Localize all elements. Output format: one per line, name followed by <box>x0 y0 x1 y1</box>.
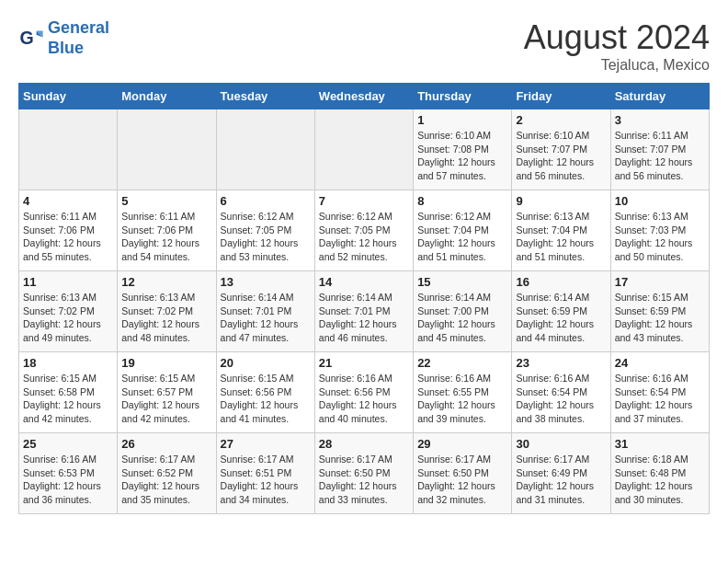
day-number: 27 <box>221 437 311 451</box>
day-number: 20 <box>221 356 311 370</box>
day-cell-4: 4Sunrise: 6:11 AMSunset: 7:06 PMDaylight… <box>19 190 118 271</box>
day-cell-27: 27Sunrise: 6:17 AMSunset: 6:51 PMDayligh… <box>216 433 314 514</box>
logo-line1: General <box>48 18 109 37</box>
logo-line2: Blue <box>48 39 84 57</box>
day-cell-8: 8Sunrise: 6:12 AMSunset: 7:04 PMDaylight… <box>414 190 512 271</box>
day-info: Sunrise: 6:15 AMSunset: 6:56 PMDaylight:… <box>221 372 311 426</box>
day-cell-3: 3Sunrise: 6:11 AMSunset: 7:07 PMDaylight… <box>610 109 709 190</box>
day-number: 17 <box>615 275 705 289</box>
day-info: Sunrise: 6:14 AMSunset: 7:01 PMDaylight:… <box>319 291 409 345</box>
day-number: 24 <box>615 356 705 370</box>
day-cell-15: 15Sunrise: 6:14 AMSunset: 7:00 PMDayligh… <box>414 271 512 352</box>
day-number: 19 <box>121 356 211 370</box>
day-number: 21 <box>319 356 409 370</box>
day-number: 7 <box>319 194 409 208</box>
day-number: 3 <box>615 113 705 127</box>
day-number: 28 <box>319 437 409 451</box>
week-row-2: 4Sunrise: 6:11 AMSunset: 7:06 PMDaylight… <box>19 190 710 271</box>
day-info: Sunrise: 6:16 AMSunset: 6:54 PMDaylight:… <box>516 372 606 426</box>
day-info: Sunrise: 6:13 AMSunset: 7:03 PMDaylight:… <box>615 210 705 264</box>
day-number: 16 <box>516 275 606 289</box>
header-tuesday: Tuesday <box>216 84 314 109</box>
day-cell-1: 1Sunrise: 6:10 AMSunset: 7:08 PMDaylight… <box>414 109 512 190</box>
day-number: 10 <box>615 194 705 208</box>
day-cell-24: 24Sunrise: 6:16 AMSunset: 6:54 PMDayligh… <box>610 352 709 433</box>
day-info: Sunrise: 6:11 AMSunset: 7:06 PMDaylight:… <box>23 210 113 264</box>
day-info: Sunrise: 6:13 AMSunset: 7:04 PMDaylight:… <box>516 210 606 264</box>
day-info: Sunrise: 6:12 AMSunset: 7:05 PMDaylight:… <box>221 210 311 264</box>
day-number: 12 <box>121 275 211 289</box>
day-cell-19: 19Sunrise: 6:15 AMSunset: 6:57 PMDayligh… <box>118 352 216 433</box>
day-cell-30: 30Sunrise: 6:17 AMSunset: 6:49 PMDayligh… <box>512 433 610 514</box>
day-info: Sunrise: 6:17 AMSunset: 6:50 PMDaylight:… <box>417 453 507 507</box>
day-info: Sunrise: 6:15 AMSunset: 6:57 PMDaylight:… <box>121 372 211 426</box>
header-monday: Monday <box>118 84 216 109</box>
day-number: 29 <box>417 437 507 451</box>
day-number: 25 <box>23 437 113 451</box>
day-number: 2 <box>516 113 606 127</box>
page-header: G General Blue August 2024 Tejaluca, Mex… <box>18 18 710 74</box>
day-cell-empty <box>118 109 216 190</box>
header-thursday: Thursday <box>414 84 512 109</box>
header-sunday: Sunday <box>19 84 118 109</box>
week-row-3: 11Sunrise: 6:13 AMSunset: 7:02 PMDayligh… <box>19 271 710 352</box>
day-cell-28: 28Sunrise: 6:17 AMSunset: 6:50 PMDayligh… <box>314 433 413 514</box>
header-saturday: Saturday <box>610 84 709 109</box>
day-info: Sunrise: 6:10 AMSunset: 7:07 PMDaylight:… <box>516 129 606 183</box>
day-number: 9 <box>516 194 606 208</box>
logo: G General Blue <box>18 18 109 58</box>
day-cell-20: 20Sunrise: 6:15 AMSunset: 6:56 PMDayligh… <box>216 352 314 433</box>
day-cell-13: 13Sunrise: 6:14 AMSunset: 7:01 PMDayligh… <box>216 271 314 352</box>
day-cell-empty <box>314 109 413 190</box>
logo-text: General Blue <box>48 18 109 58</box>
month-year: August 2024 <box>524 18 710 57</box>
day-cell-6: 6Sunrise: 6:12 AMSunset: 7:05 PMDaylight… <box>216 190 314 271</box>
day-cell-29: 29Sunrise: 6:17 AMSunset: 6:50 PMDayligh… <box>414 433 512 514</box>
day-number: 30 <box>516 437 606 451</box>
day-cell-empty <box>216 109 314 190</box>
day-info: Sunrise: 6:14 AMSunset: 7:00 PMDaylight:… <box>417 291 507 345</box>
day-number: 11 <box>23 275 113 289</box>
day-cell-31: 31Sunrise: 6:18 AMSunset: 6:48 PMDayligh… <box>610 433 709 514</box>
day-number: 31 <box>615 437 705 451</box>
day-cell-14: 14Sunrise: 6:14 AMSunset: 7:01 PMDayligh… <box>314 271 413 352</box>
day-info: Sunrise: 6:11 AMSunset: 7:07 PMDaylight:… <box>615 129 705 183</box>
location: Tejaluca, Mexico <box>524 57 710 74</box>
calendar-table: SundayMondayTuesdayWednesdayThursdayFrid… <box>18 83 710 514</box>
day-number: 23 <box>516 356 606 370</box>
day-cell-9: 9Sunrise: 6:13 AMSunset: 7:04 PMDaylight… <box>512 190 610 271</box>
day-info: Sunrise: 6:15 AMSunset: 6:59 PMDaylight:… <box>615 291 705 345</box>
day-cell-18: 18Sunrise: 6:15 AMSunset: 6:58 PMDayligh… <box>19 352 118 433</box>
day-info: Sunrise: 6:12 AMSunset: 7:05 PMDaylight:… <box>319 210 409 264</box>
week-row-4: 18Sunrise: 6:15 AMSunset: 6:58 PMDayligh… <box>19 352 710 433</box>
day-number: 1 <box>417 113 507 127</box>
day-info: Sunrise: 6:17 AMSunset: 6:52 PMDaylight:… <box>121 453 211 507</box>
day-info: Sunrise: 6:11 AMSunset: 7:06 PMDaylight:… <box>121 210 211 264</box>
day-cell-5: 5Sunrise: 6:11 AMSunset: 7:06 PMDaylight… <box>118 190 216 271</box>
svg-text:G: G <box>19 27 33 47</box>
day-info: Sunrise: 6:14 AMSunset: 6:59 PMDaylight:… <box>516 291 606 345</box>
day-cell-11: 11Sunrise: 6:13 AMSunset: 7:02 PMDayligh… <box>19 271 118 352</box>
day-number: 6 <box>221 194 311 208</box>
day-number: 14 <box>319 275 409 289</box>
day-info: Sunrise: 6:18 AMSunset: 6:48 PMDaylight:… <box>615 453 705 507</box>
day-info: Sunrise: 6:12 AMSunset: 7:04 PMDaylight:… <box>417 210 507 264</box>
day-cell-26: 26Sunrise: 6:17 AMSunset: 6:52 PMDayligh… <box>118 433 216 514</box>
day-cell-2: 2Sunrise: 6:10 AMSunset: 7:07 PMDaylight… <box>512 109 610 190</box>
logo-icon: G <box>18 26 44 52</box>
day-cell-22: 22Sunrise: 6:16 AMSunset: 6:55 PMDayligh… <box>414 352 512 433</box>
day-cell-7: 7Sunrise: 6:12 AMSunset: 7:05 PMDaylight… <box>314 190 413 271</box>
day-cell-17: 17Sunrise: 6:15 AMSunset: 6:59 PMDayligh… <box>610 271 709 352</box>
day-number: 8 <box>417 194 507 208</box>
day-cell-12: 12Sunrise: 6:13 AMSunset: 7:02 PMDayligh… <box>118 271 216 352</box>
day-info: Sunrise: 6:16 AMSunset: 6:53 PMDaylight:… <box>23 453 113 507</box>
day-info: Sunrise: 6:17 AMSunset: 6:51 PMDaylight:… <box>221 453 311 507</box>
day-number: 18 <box>23 356 113 370</box>
header-wednesday: Wednesday <box>314 84 413 109</box>
day-cell-23: 23Sunrise: 6:16 AMSunset: 6:54 PMDayligh… <box>512 352 610 433</box>
day-cell-21: 21Sunrise: 6:16 AMSunset: 6:56 PMDayligh… <box>314 352 413 433</box>
day-info: Sunrise: 6:13 AMSunset: 7:02 PMDaylight:… <box>121 291 211 345</box>
day-info: Sunrise: 6:13 AMSunset: 7:02 PMDaylight:… <box>23 291 113 345</box>
title-block: August 2024 Tejaluca, Mexico <box>524 18 710 74</box>
day-info: Sunrise: 6:16 AMSunset: 6:54 PMDaylight:… <box>615 372 705 426</box>
